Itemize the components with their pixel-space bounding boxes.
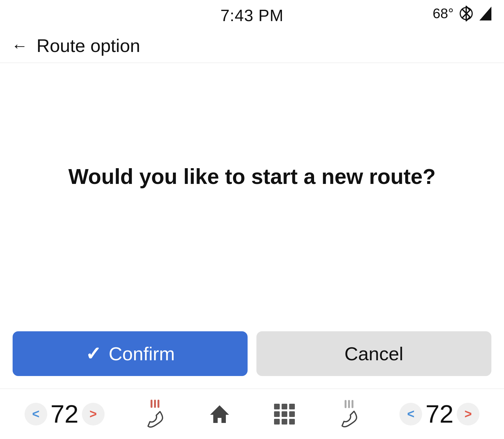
checkmark-icon: ✓ <box>85 343 101 365</box>
steam-lines-left <box>151 400 159 408</box>
page-title: Route option <box>37 35 140 56</box>
steam-lines-right <box>345 400 353 408</box>
right-number: 72 <box>425 400 454 429</box>
right-chevron-icon-left: > <box>89 407 97 421</box>
main-content: Would you like to start a new route? <box>0 63 504 283</box>
left-next-button[interactable]: > <box>82 403 105 425</box>
right-chevron-icon-right: > <box>465 407 472 421</box>
grid-icon <box>274 404 295 425</box>
left-prev-button[interactable]: < <box>25 403 47 425</box>
svg-marker-1 <box>210 405 229 423</box>
home-icon <box>208 403 231 425</box>
left-chevron-icon-right: < <box>407 407 415 421</box>
route-question: Would you like to start a new route? <box>68 162 436 190</box>
confirm-label: Confirm <box>109 343 175 365</box>
app-wrapper: 7:43 PM 68° ← Route option Would you lik… <box>0 0 504 439</box>
phone-left-svg <box>146 409 164 429</box>
right-next-button[interactable]: > <box>457 403 479 425</box>
temperature: 68° <box>432 6 454 21</box>
cancel-button[interactable]: Cancel <box>256 331 491 376</box>
status-time: 7:43 PM <box>220 6 284 25</box>
left-nav-section: < 72 > <box>25 400 105 429</box>
right-nav-section: < 72 > <box>399 400 479 429</box>
button-row: ✓ Confirm Cancel <box>0 331 504 389</box>
signal-icon <box>479 7 491 20</box>
cancel-label: Cancel <box>345 343 404 365</box>
status-bar: 7:43 PM 68° <box>0 0 504 28</box>
header: ← Route option <box>0 28 504 63</box>
home-icon-wrap <box>205 400 234 428</box>
back-button[interactable]: ← <box>11 37 28 54</box>
bluetooth-icon <box>459 6 473 21</box>
phone-right-svg <box>340 409 358 428</box>
status-right: 68° <box>432 6 491 21</box>
bottom-bar: < 72 > <box>0 389 504 439</box>
grid-icon-wrap <box>270 400 299 428</box>
confirm-button[interactable]: ✓ Confirm <box>13 331 248 376</box>
right-prev-button[interactable]: < <box>399 403 422 425</box>
steam-phone-left-icon <box>141 400 169 428</box>
left-number: 72 <box>50 400 79 429</box>
left-chevron-icon: < <box>32 407 39 421</box>
steam-phone-right-icon <box>335 400 363 428</box>
